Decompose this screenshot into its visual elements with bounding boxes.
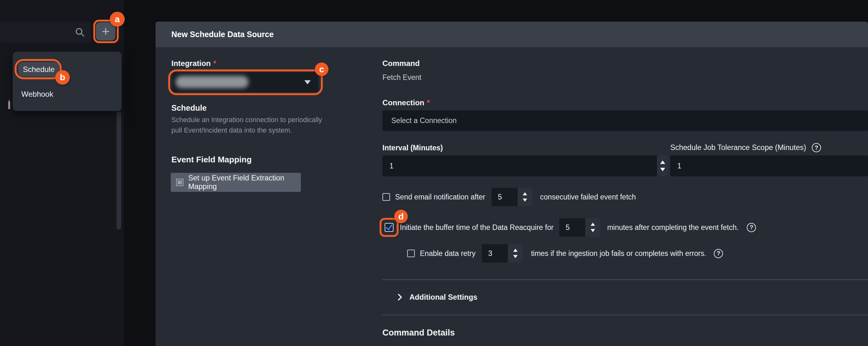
plus-icon: + <box>101 25 110 38</box>
buffer-row-text-before: Initiate the buffer time of the Data Rea… <box>400 223 554 232</box>
connection-placeholder: Select a Connection <box>391 116 457 125</box>
interval-label: Interval (Minutes) <box>382 144 443 152</box>
command-label: Command <box>382 59 420 68</box>
integration-selected-value-redacted <box>176 76 248 88</box>
step-down-icon[interactable] <box>660 168 665 171</box>
setup-event-field-extraction-mapping-button[interactable]: Set up Event Field Extraction Mapping <box>171 173 301 192</box>
buffer-minutes-stepper[interactable] <box>585 218 600 237</box>
divider <box>382 315 868 315</box>
data-retry-row: Enable data retry times if the ingestion… <box>407 244 723 263</box>
email-notification-checkbox[interactable] <box>382 193 390 201</box>
search-icon <box>75 27 85 37</box>
retry-count-field <box>482 244 523 263</box>
retry-count-input[interactable] <box>482 244 508 263</box>
tolerance-input[interactable] <box>670 155 868 176</box>
tolerance-label: Schedule Job Tolerance Scope (Minutes) <box>670 143 806 152</box>
email-count-stepper[interactable] <box>518 188 532 206</box>
retry-row-text-after: times if the ingestion job fails or comp… <box>531 249 706 258</box>
additional-settings-toggle[interactable]: Additional Settings <box>396 290 477 304</box>
chevron-right-icon <box>395 294 402 301</box>
command-details-heading: Command Details <box>382 328 455 338</box>
menu-item-webhook[interactable]: Webhook <box>21 89 53 99</box>
panel-title: New Schedule Data Source <box>172 22 274 47</box>
step-up-icon[interactable] <box>660 161 665 164</box>
retry-row-text-before: Enable data retry <box>420 249 475 258</box>
additional-settings-label: Additional Settings <box>409 293 477 302</box>
new-schedule-data-source-panel: New Schedule Data Source Integration* c … <box>156 22 868 346</box>
sidebar-scrollbar[interactable] <box>117 112 121 230</box>
buffer-time-row: Initiate the buffer time of the Data Rea… <box>379 217 756 237</box>
annotation-badge-d: d <box>394 210 408 223</box>
connection-label: Connection* <box>382 98 430 107</box>
help-icon[interactable]: ? <box>747 223 756 232</box>
checkmark-icon <box>385 223 393 231</box>
integration-select[interactable] <box>172 72 318 92</box>
integration-label: Integration* <box>172 59 216 68</box>
app-screenshot: + a Schedule Webhook b New Schedule Data… <box>0 0 868 346</box>
tolerance-label-row: Schedule Job Tolerance Scope (Minutes) ? <box>670 143 821 152</box>
chevron-down-icon <box>304 80 311 84</box>
connection-select[interactable]: Select a Connection <box>382 110 868 131</box>
step-up-icon[interactable] <box>591 222 595 226</box>
schedule-section-heading: Schedule <box>172 103 207 113</box>
email-count-input[interactable] <box>492 188 518 206</box>
email-row-text-after: consecutive failed event fetch <box>540 193 636 201</box>
retry-count-stepper[interactable] <box>508 244 523 263</box>
mapping-table-icon <box>176 178 184 187</box>
menu-item-schedule[interactable]: Schedule <box>19 62 59 77</box>
help-icon[interactable]: ? <box>812 143 821 152</box>
buffer-minutes-field <box>559 218 600 237</box>
button-label: Set up Event Field Extraction Mapping <box>188 174 301 191</box>
help-icon[interactable]: ? <box>714 249 723 258</box>
obscured-text-fragment <box>8 101 10 109</box>
annotation-badge-a: a <box>110 12 125 27</box>
search-input[interactable] <box>0 22 91 42</box>
step-up-icon[interactable] <box>523 192 527 195</box>
buffer-row-text-after: minutes after completing the event fetch… <box>607 223 739 232</box>
annotation-badge-b: b <box>55 70 70 85</box>
event-field-mapping-heading: Event Field Mapping <box>172 155 252 165</box>
step-down-icon[interactable] <box>523 199 527 202</box>
step-down-icon[interactable] <box>591 229 595 232</box>
annotation-badge-c: c <box>315 63 329 76</box>
required-asterisk: * <box>427 98 430 107</box>
command-value: Fetch Event <box>382 73 422 82</box>
interval-input[interactable] <box>382 155 657 176</box>
interval-stepper[interactable] <box>657 155 668 176</box>
email-row-text-before: Send email notification after <box>395 193 485 201</box>
panel-header: New Schedule Data Source <box>156 22 868 47</box>
step-down-icon[interactable] <box>513 255 518 258</box>
data-retry-checkbox[interactable] <box>407 250 415 257</box>
buffer-minutes-input[interactable] <box>559 218 585 237</box>
schedule-section-description: Schedule an Integration connection to pe… <box>172 115 330 136</box>
email-count-field <box>492 188 532 206</box>
divider <box>382 279 868 280</box>
email-notification-row: Send email notification after consecutiv… <box>382 188 636 206</box>
buffer-time-checkbox[interactable] <box>385 223 394 232</box>
required-asterisk: * <box>213 59 216 68</box>
step-up-icon[interactable] <box>513 249 518 252</box>
